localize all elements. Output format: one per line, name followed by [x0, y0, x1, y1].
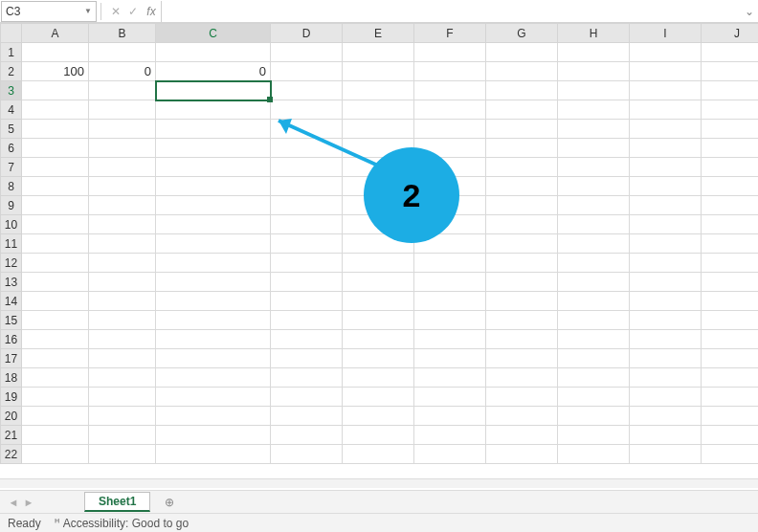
cell-C2[interactable]: 0	[156, 62, 271, 81]
cell-H7[interactable]	[558, 158, 630, 177]
row-header-7[interactable]: 7	[1, 158, 22, 177]
cell-I1[interactable]	[630, 43, 702, 62]
cell-J1[interactable]	[702, 43, 759, 62]
cell-H8[interactable]	[558, 177, 630, 196]
cell-D9[interactable]	[271, 196, 343, 215]
cell-H16[interactable]	[558, 330, 630, 349]
tab-prev-icon[interactable]: ◄	[6, 497, 21, 508]
row-header-16[interactable]: 16	[1, 330, 22, 349]
cell-J6[interactable]	[702, 139, 759, 158]
cell-C1[interactable]	[156, 43, 271, 62]
cell-A6[interactable]	[22, 139, 89, 158]
row-header-19[interactable]: 19	[1, 388, 22, 407]
cell-B7[interactable]	[89, 158, 156, 177]
cell-G14[interactable]	[486, 292, 558, 311]
row-header-21[interactable]: 21	[1, 426, 22, 445]
cell-C15[interactable]	[156, 311, 271, 330]
cell-B17[interactable]	[89, 349, 156, 368]
row-header-17[interactable]: 17	[1, 349, 22, 368]
cell-C3[interactable]	[156, 81, 271, 100]
cell-G7[interactable]	[486, 158, 558, 177]
cell-I3[interactable]	[630, 81, 702, 100]
cell-E13[interactable]	[343, 273, 414, 292]
cell-C8[interactable]	[156, 177, 271, 196]
cell-I22[interactable]	[630, 445, 702, 464]
cell-D18[interactable]	[271, 368, 343, 388]
cell-J15[interactable]	[702, 311, 759, 330]
cell-H9[interactable]	[558, 196, 630, 215]
cell-D5[interactable]	[271, 120, 343, 139]
column-header-H[interactable]: H	[558, 24, 630, 43]
cell-B5[interactable]	[89, 120, 156, 139]
cell-E16[interactable]	[343, 330, 414, 349]
cell-C11[interactable]	[156, 234, 271, 254]
cell-J20[interactable]	[702, 407, 759, 426]
cell-J8[interactable]	[702, 177, 759, 196]
cell-A12[interactable]	[22, 254, 89, 273]
column-header-D[interactable]: D	[271, 24, 343, 43]
cell-H18[interactable]	[558, 368, 630, 388]
cell-F19[interactable]	[414, 388, 486, 407]
cell-H13[interactable]	[558, 273, 630, 292]
cell-G21[interactable]	[486, 426, 558, 445]
cell-E20[interactable]	[343, 407, 414, 426]
cell-A10[interactable]	[22, 215, 89, 234]
cell-B4[interactable]	[89, 100, 156, 120]
cell-J11[interactable]	[702, 234, 759, 254]
cell-G4[interactable]	[486, 100, 558, 120]
column-header-I[interactable]: I	[630, 24, 702, 43]
cell-B20[interactable]	[89, 407, 156, 426]
cell-I12[interactable]	[630, 254, 702, 273]
tab-sheet1[interactable]: Sheet1	[84, 492, 150, 512]
cell-H5[interactable]	[558, 120, 630, 139]
cell-A9[interactable]	[22, 196, 89, 215]
cell-F4[interactable]	[414, 100, 486, 120]
cell-G11[interactable]	[486, 234, 558, 254]
cell-D21[interactable]	[271, 426, 343, 445]
cell-I9[interactable]	[630, 196, 702, 215]
cell-E2[interactable]	[343, 62, 414, 81]
formula-input[interactable]	[161, 1, 741, 22]
row-header-8[interactable]: 8	[1, 177, 22, 196]
row-header-1[interactable]: 1	[1, 43, 22, 62]
cell-I11[interactable]	[630, 234, 702, 254]
cell-J21[interactable]	[702, 426, 759, 445]
cell-C4[interactable]	[156, 100, 271, 120]
cell-D3[interactable]	[271, 81, 343, 100]
cell-A5[interactable]	[22, 120, 89, 139]
cell-A4[interactable]	[22, 100, 89, 120]
row-header-2[interactable]: 2	[1, 62, 22, 81]
horizontal-scrollbar[interactable]	[0, 478, 758, 488]
cell-H20[interactable]	[558, 407, 630, 426]
cell-A19[interactable]	[22, 388, 89, 407]
cell-G1[interactable]	[486, 43, 558, 62]
cell-F12[interactable]	[414, 254, 486, 273]
cell-J3[interactable]	[702, 81, 759, 100]
cell-E22[interactable]	[343, 445, 414, 464]
cell-H17[interactable]	[558, 349, 630, 368]
cell-C9[interactable]	[156, 196, 271, 215]
cell-I5[interactable]	[630, 120, 702, 139]
row-header-10[interactable]: 10	[1, 215, 22, 234]
cell-D16[interactable]	[271, 330, 343, 349]
row-header-4[interactable]: 4	[1, 100, 22, 120]
cell-J9[interactable]	[702, 196, 759, 215]
cell-H2[interactable]	[558, 62, 630, 81]
cell-B22[interactable]	[89, 445, 156, 464]
cell-G17[interactable]	[486, 349, 558, 368]
cell-D7[interactable]	[271, 158, 343, 177]
row-header-18[interactable]: 18	[1, 368, 22, 388]
cell-C20[interactable]	[156, 407, 271, 426]
cell-I18[interactable]	[630, 368, 702, 388]
row-header-20[interactable]: 20	[1, 407, 22, 426]
cell-A16[interactable]	[22, 330, 89, 349]
cell-I14[interactable]	[630, 292, 702, 311]
cell-G12[interactable]	[486, 254, 558, 273]
cell-E1[interactable]	[343, 43, 414, 62]
cell-G5[interactable]	[486, 120, 558, 139]
cell-D17[interactable]	[271, 349, 343, 368]
cell-A14[interactable]	[22, 292, 89, 311]
cell-B3[interactable]	[89, 81, 156, 100]
cell-D12[interactable]	[271, 254, 343, 273]
cell-C12[interactable]	[156, 254, 271, 273]
